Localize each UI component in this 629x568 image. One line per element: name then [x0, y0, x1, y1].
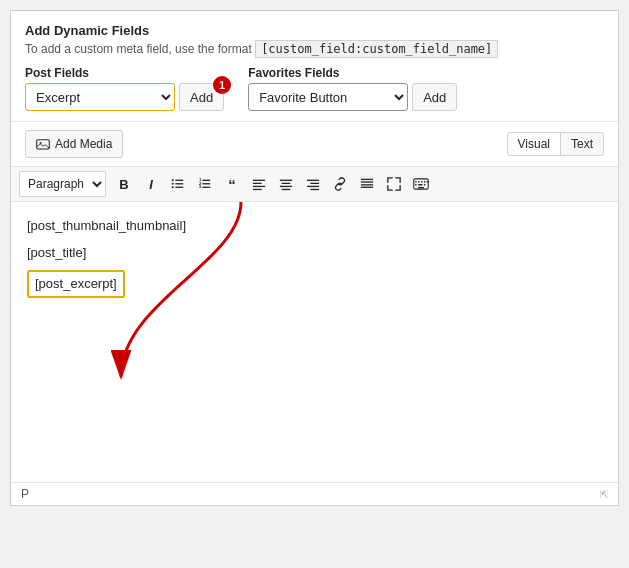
post-fields-select[interactable]: Excerpt Title Content [25, 83, 175, 111]
svg-rect-24 [307, 186, 319, 187]
svg-rect-21 [282, 189, 291, 190]
svg-rect-3 [175, 183, 183, 184]
svg-rect-20 [280, 186, 292, 187]
align-center-button[interactable] [273, 171, 299, 197]
svg-rect-35 [427, 181, 428, 182]
fields-row: Post Fields Excerpt Title Content Add 1 … [25, 66, 604, 111]
post-fields-controls: Excerpt Title Content Add 1 [25, 83, 224, 111]
editor-content-wrapper: [post_thumbnail_thumbnail] [post_title] … [11, 202, 618, 482]
svg-rect-37 [418, 184, 422, 185]
post-thumbnail-tag: [post_thumbnail_thumbnail] [27, 216, 186, 237]
favorites-fields-controls: Favorite Button Favorite Count Add [248, 83, 457, 111]
svg-rect-0 [37, 140, 50, 149]
post-fields-group: Post Fields Excerpt Title Content Add 1 [25, 66, 224, 111]
svg-rect-39 [418, 187, 424, 188]
fullscreen-icon [387, 177, 401, 191]
editor-toolbar-top: Add Media Visual Text [11, 122, 618, 167]
svg-rect-14 [253, 180, 265, 181]
dynamic-fields-section: Add Dynamic Fields To add a custom meta … [11, 11, 618, 122]
tab-visual[interactable]: Visual [508, 133, 561, 155]
post-fields-add-button[interactable]: Add 1 [179, 83, 224, 111]
align-right-icon [306, 177, 320, 191]
ol-icon: 123 [198, 177, 212, 191]
resize-handle[interactable]: ⇱ [600, 489, 608, 500]
svg-point-1 [40, 142, 42, 144]
svg-rect-31 [415, 181, 416, 182]
editor-wrapper: Add Media Visual Text Paragraph B I 123 … [11, 122, 618, 505]
bold-button[interactable]: B [111, 171, 137, 197]
svg-rect-36 [415, 184, 416, 185]
svg-rect-38 [424, 184, 425, 185]
align-center-icon [279, 177, 293, 191]
svg-rect-34 [424, 181, 425, 182]
svg-rect-27 [361, 181, 373, 182]
svg-rect-17 [253, 189, 262, 190]
favorites-add-button[interactable]: Add [412, 83, 457, 111]
editor-footer: P ⇱ [11, 482, 618, 505]
svg-rect-2 [175, 180, 183, 181]
tab-text[interactable]: Text [561, 133, 603, 155]
ul-button[interactable] [165, 171, 191, 197]
svg-rect-22 [307, 180, 319, 181]
svg-point-6 [172, 183, 174, 185]
link-icon [333, 177, 347, 191]
format-code: [custom_field:custom_field_name] [255, 40, 498, 58]
svg-rect-16 [253, 186, 265, 187]
view-tabs: Visual Text [507, 132, 604, 156]
svg-rect-10 [202, 187, 210, 188]
svg-rect-19 [282, 183, 291, 184]
dynamic-fields-title: Add Dynamic Fields [25, 23, 604, 38]
hr-button[interactable] [354, 171, 380, 197]
favorites-fields-select[interactable]: Favorite Button Favorite Count [248, 83, 408, 111]
add-badge: 1 [213, 76, 231, 94]
main-container: Add Dynamic Fields To add a custom meta … [10, 10, 619, 506]
keyboard-icon [413, 178, 429, 190]
svg-rect-18 [280, 180, 292, 181]
blockquote-button[interactable]: “ [219, 171, 245, 197]
dynamic-fields-desc: To add a custom meta field, use the form… [25, 42, 604, 56]
svg-rect-9 [202, 183, 210, 184]
svg-rect-4 [175, 187, 183, 188]
svg-text:3: 3 [199, 184, 202, 189]
italic-button[interactable]: I [138, 171, 164, 197]
svg-rect-33 [421, 181, 422, 182]
keyboard-button[interactable] [408, 171, 434, 197]
add-media-button[interactable]: Add Media [25, 130, 123, 158]
hr-icon [360, 177, 374, 191]
svg-point-5 [172, 179, 174, 181]
favorites-fields-group: Favorites Fields Favorite Button Favorit… [248, 66, 457, 111]
post-fields-label: Post Fields [25, 66, 224, 80]
svg-rect-15 [253, 183, 262, 184]
svg-rect-26 [361, 179, 373, 180]
svg-point-7 [172, 186, 174, 188]
svg-rect-25 [310, 189, 319, 190]
ul-icon [171, 177, 185, 191]
link-button[interactable] [327, 171, 353, 197]
editor-content[interactable]: [post_thumbnail_thumbnail] [post_title] … [11, 202, 618, 482]
paragraph-select[interactable]: Paragraph [19, 171, 106, 197]
svg-rect-32 [418, 181, 419, 182]
ol-button[interactable]: 123 [192, 171, 218, 197]
favorites-fields-label: Favorites Fields [248, 66, 457, 80]
post-excerpt-tag: [post_excerpt] [27, 270, 125, 299]
align-left-icon [252, 177, 266, 191]
media-icon [36, 137, 50, 151]
format-toolbar: Paragraph B I 123 “ [11, 167, 618, 202]
align-right-button[interactable] [300, 171, 326, 197]
svg-rect-29 [361, 187, 373, 188]
svg-rect-8 [202, 180, 210, 181]
post-title-tag: [post_title] [27, 243, 86, 264]
align-left-button[interactable] [246, 171, 272, 197]
fullscreen-button[interactable] [381, 171, 407, 197]
footer-p-label: P [21, 487, 29, 501]
svg-rect-23 [310, 183, 319, 184]
